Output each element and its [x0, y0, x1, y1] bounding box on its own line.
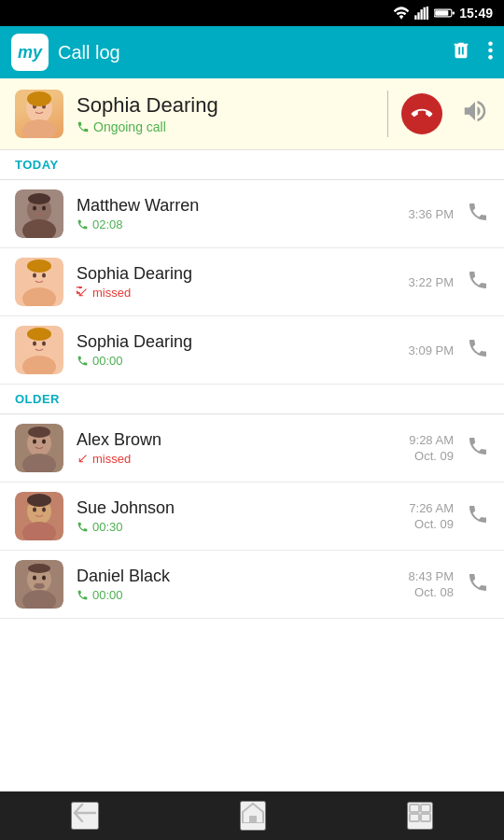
svg-point-45	[27, 494, 51, 507]
call-name-sophia-missed: Sophia Dearing	[77, 264, 409, 284]
call-time-sue: 7:26 AM Oct. 09	[409, 501, 454, 531]
call-name-sophia-2: Sophia Dearing	[77, 332, 409, 352]
more-options-button[interactable]	[488, 40, 493, 65]
call-info-sophia-missed: Sophia Dearing missed	[77, 264, 409, 300]
svg-point-38	[42, 440, 46, 444]
delete-button[interactable]	[451, 40, 471, 65]
svg-point-12	[22, 119, 56, 138]
svg-point-44	[42, 508, 46, 512]
call-time-matthew: 3:36 PM	[409, 207, 454, 221]
avatar-daniel	[15, 560, 63, 609]
ongoing-status: Ongoing call	[77, 119, 374, 134]
avatar-sophia-missed	[15, 258, 63, 306]
call-info-matthew: Matthew Warren 02:08	[77, 196, 409, 231]
call-phone-matthew[interactable]	[467, 201, 489, 227]
back-button[interactable]	[71, 802, 99, 830]
call-info-sue: Sue Johnson 00:30	[77, 498, 409, 534]
call-item-sophia-2: Sophia Dearing 00:00 3:09 PM	[0, 316, 504, 385]
status-bar: 15:49	[0, 0, 504, 26]
call-name-matthew: Matthew Warren	[77, 196, 409, 216]
svg-point-33	[27, 328, 51, 341]
call-info-sophia-2: Sophia Dearing 00:00	[77, 332, 409, 368]
svg-point-10	[488, 55, 493, 60]
svg-point-51	[28, 564, 50, 573]
ongoing-avatar	[15, 90, 63, 138]
svg-point-49	[33, 576, 36, 581]
svg-point-32	[42, 342, 46, 346]
svg-rect-56	[410, 814, 419, 821]
speaker-button[interactable]	[461, 97, 489, 132]
svg-point-43	[33, 508, 36, 512]
ongoing-call-banner: Sophia Dearing Ongoing call	[0, 78, 504, 150]
logo-text: my	[18, 43, 42, 63]
svg-point-9	[488, 48, 493, 52]
avatar-alex	[15, 424, 63, 472]
recents-button[interactable]	[407, 802, 433, 830]
app-logo: my	[11, 34, 49, 71]
call-detail-daniel: 00:00	[77, 588, 409, 602]
hangup-button[interactable]	[401, 93, 442, 134]
svg-point-21	[28, 193, 50, 204]
call-info-daniel: Daniel Black 00:00	[77, 567, 409, 602]
call-item-daniel: Daniel Black 00:00 8:43 PM Oct. 08	[0, 551, 504, 619]
battery-icon	[434, 7, 455, 19]
svg-rect-57	[421, 814, 430, 821]
call-phone-daniel[interactable]	[467, 571, 489, 597]
svg-rect-55	[421, 805, 430, 812]
ongoing-actions	[401, 93, 489, 134]
svg-rect-2	[421, 9, 423, 20]
svg-point-25	[33, 273, 36, 278]
call-phone-sophia-2[interactable]	[467, 337, 489, 363]
svg-point-50	[42, 576, 46, 581]
avatar-sophia-2	[15, 326, 63, 374]
svg-rect-3	[424, 7, 426, 20]
call-detail-matthew: 02:08	[77, 217, 409, 231]
avatar-sue	[15, 492, 63, 540]
svg-point-15	[27, 91, 51, 106]
svg-point-37	[33, 440, 36, 444]
svg-rect-53	[249, 816, 257, 823]
top-bar-actions	[451, 40, 493, 65]
svg-point-20	[42, 206, 46, 211]
call-phone-alex[interactable]	[467, 435, 489, 461]
call-name-sue: Sue Johnson	[77, 498, 409, 518]
wifi-icon	[393, 7, 410, 20]
home-button[interactable]	[240, 801, 266, 831]
call-detail-sue: 00:30	[77, 520, 409, 534]
call-detail-sophia-2: 00:00	[77, 354, 409, 368]
svg-point-26	[42, 273, 46, 278]
svg-point-52	[34, 583, 45, 589]
call-name-daniel: Daniel Black	[77, 567, 409, 586]
svg-rect-0	[414, 15, 416, 20]
call-item-sue: Sue Johnson 00:30 7:26 AM Oct. 09	[0, 483, 504, 551]
svg-rect-1	[418, 12, 420, 20]
section-older: OLDER	[0, 385, 504, 414]
call-phone-sophia-missed[interactable]	[467, 269, 489, 295]
svg-rect-7	[453, 11, 455, 14]
signal-icon	[414, 7, 429, 20]
ongoing-info: Sophia Dearing Ongoing call	[77, 93, 374, 134]
call-item-matthew: Matthew Warren 02:08 3:36 PM	[0, 180, 504, 248]
top-bar: my Call log	[0, 26, 504, 78]
svg-point-27	[27, 259, 51, 273]
status-time: 15:49	[459, 6, 493, 21]
section-today: TODAY	[0, 150, 504, 180]
svg-rect-54	[410, 805, 419, 812]
call-item-alex: Alex Brown missed 9:28 AM Oct. 09	[0, 414, 504, 483]
call-detail-alex: missed	[77, 452, 409, 466]
call-time-sophia-missed: 3:22 PM	[409, 275, 454, 289]
svg-point-8	[488, 41, 493, 46]
page-title: Call log	[58, 42, 451, 63]
svg-rect-4	[427, 7, 428, 20]
call-name-alex: Alex Brown	[77, 430, 409, 450]
avatar-matthew	[15, 189, 63, 238]
svg-rect-6	[435, 10, 448, 16]
call-phone-sue[interactable]	[467, 503, 489, 529]
status-icons: 15:49	[393, 6, 493, 21]
call-item-sophia-missed: Sophia Dearing missed 3:22 PM	[0, 248, 504, 316]
ongoing-name: Sophia Dearing	[77, 93, 374, 118]
svg-point-31	[33, 342, 36, 346]
call-detail-sophia-missed: missed	[77, 286, 409, 300]
call-time-alex: 9:28 AM Oct. 09	[409, 433, 454, 463]
call-time-daniel: 8:43 PM Oct. 08	[409, 569, 454, 599]
